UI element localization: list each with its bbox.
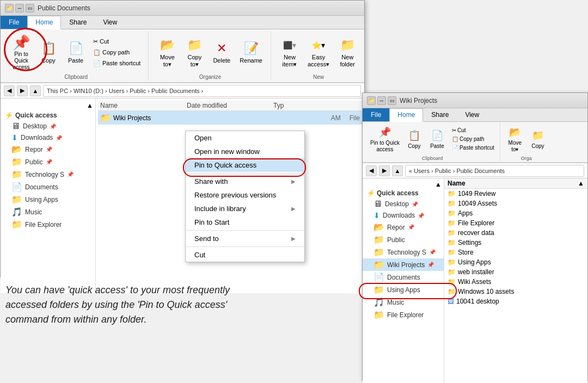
sidebar-item-reports[interactable]: 📂 Repor 📌 [1, 143, 95, 156]
ctx-share-with[interactable]: Share with ▶ [186, 175, 304, 188]
ctx-pin-to-start[interactable]: Pin to Start [186, 215, 304, 229]
paste-label: Paste [68, 57, 83, 64]
second-forward-button[interactable]: ▶ [379, 165, 390, 176]
second-pasteshortcut-button[interactable]: 📄 Paste shortcut [449, 144, 497, 152]
tab-file[interactable]: File [1, 16, 27, 29]
second-row-file-explorer[interactable]: 📁 File Explorer [444, 218, 587, 228]
second-back-button[interactable]: ◀ [366, 165, 377, 176]
tab-view[interactable]: View [95, 16, 125, 29]
second-fileexp-name: File Explorer [458, 219, 494, 227]
technology-icon: 📁 [11, 169, 22, 180]
second-tab-share[interactable]: Share [423, 108, 457, 121]
second-row-apps[interactable]: 📁 Apps [444, 208, 587, 218]
copy-path-button[interactable]: 📋 Copy path [90, 47, 144, 58]
sidebar-item-documents[interactable]: 📄 Documents [1, 181, 95, 193]
second-row-windows10assets[interactable]: 📁 Windows 10 assets [444, 287, 587, 296]
second-row-settings[interactable]: 📁 Settings [444, 238, 587, 248]
file-row-wiki-projects[interactable]: 📁 Wiki Projects AM File [98, 111, 362, 125]
minimize-icon[interactable]: ─ [15, 4, 24, 13]
ctx-open[interactable]: Open [186, 131, 304, 145]
second-row-1049review[interactable]: 📁 1049 Review [444, 189, 587, 199]
tab-share[interactable]: Share [61, 16, 95, 29]
second-row-10049assets[interactable]: 📁 10049 Assets [444, 199, 587, 208]
second-copypath-button[interactable]: 📋 Copy path [449, 135, 497, 143]
second-row-10041desktop[interactable]: 🖼 10041 desktop [444, 296, 587, 306]
second-sidebar-documents[interactable]: 📄 Documents [363, 271, 444, 283]
second-sidebar-music[interactable]: 🎵 Music [363, 296, 444, 308]
second-minimize[interactable]: ─ [377, 96, 386, 105]
rename-button[interactable]: 📝 Rename [236, 38, 266, 66]
move-to-button[interactable]: 📂 Moveto▾ [154, 34, 180, 70]
sidebar-item-technology[interactable]: 📁 Technology S 📌 [1, 168, 95, 181]
second-tab-home[interactable]: Home [389, 108, 423, 122]
sidebar-item-file-explorer[interactable]: 📁 File Explorer [1, 218, 95, 231]
second-copyto-button[interactable]: 📁 Copy [527, 126, 549, 151]
paste-button[interactable]: 📄 Paste [63, 38, 89, 66]
cut-button[interactable]: ✂ Cut [90, 36, 144, 47]
second-cut-button[interactable]: ✂ Cut [449, 126, 497, 134]
ctx-cut[interactable]: Cut [186, 248, 304, 262]
delete-label: Delete [213, 57, 230, 64]
tab-home[interactable]: Home [27, 16, 61, 29]
second-row-webinstaller[interactable]: 📁 web installer [444, 267, 587, 277]
second-tab-file[interactable]: File [363, 108, 389, 121]
second-content-area: ▲ ⚡ Quick access 🖥 Desktop 📌 ⬇ Downloads… [363, 178, 587, 383]
second-sidebar-file-explorer[interactable]: 📁 File Explorer [363, 308, 444, 321]
sidebar-item-using-apps[interactable]: 📁 Using Apps [1, 193, 95, 206]
second-music-icon: 🎵 [373, 297, 384, 307]
up-button[interactable]: ▲ [30, 85, 41, 96]
second-row-using-apps[interactable]: 📁 Using Apps [444, 257, 587, 267]
second-row-store[interactable]: 📁 Store [444, 248, 587, 257]
clipboard-label: Clipboard [64, 74, 88, 80]
second-pin-button[interactable]: 📌 Pin to Quickaccess [367, 123, 402, 155]
restore-icon[interactable]: ▭ [26, 4, 34, 13]
second-up-button[interactable]: ▲ [392, 165, 403, 176]
second-tab-view[interactable]: View [457, 108, 487, 121]
new-folder-button[interactable]: 📁 Newfolder [334, 34, 360, 70]
second-row-recover-data[interactable]: 📁 recover data [444, 228, 587, 238]
second-sidebar-downloads[interactable]: ⬇ Downloads 📌 [363, 210, 444, 221]
back-button[interactable]: ◀ [4, 85, 15, 96]
ctx-restore[interactable]: Restore previous versions [186, 188, 304, 202]
second-moveto-button[interactable]: 📂 Moveto▾ [504, 123, 526, 155]
main-sidebar: ▲ ⚡ Quick access 🖥 Desktop 📌 ⬇ Downloads… [1, 98, 96, 293]
paste-shortcut-button[interactable]: 📄 Paste shortcut [90, 58, 144, 69]
second-copyto-label: Copy [531, 143, 544, 150]
second-copy-button[interactable]: 📋 Copy [403, 126, 425, 151]
second-pin-icon: 📌 [377, 125, 393, 140]
second-cut-icon: ✂ [452, 127, 456, 133]
ctx-library-arrow: ▶ [291, 206, 296, 212]
second-sidebar-using-apps[interactable]: 📁 Using Apps [363, 283, 444, 296]
second-row-wiki-assets[interactable]: 📁 Wiki Assets [444, 277, 587, 287]
ctx-pin-to-quick-access[interactable]: Pin to Quick access [186, 158, 304, 172]
copy-path-label: Copy path [102, 49, 130, 55]
sidebar-item-public[interactable]: 📁 Public 📌 [1, 156, 95, 168]
second-paste-button[interactable]: 📄 Paste [426, 126, 448, 151]
new-item-button[interactable]: ⬛▾ New item▾ [277, 34, 303, 70]
ctx-send-to[interactable]: Send to ▶ [186, 232, 304, 245]
second-address-path[interactable]: « Users › Public › Public Documents [405, 165, 584, 177]
sidebar-item-music[interactable]: 🎵 Music [1, 206, 95, 218]
easy-access-button[interactable]: ⭐▾ Easy access▾ [304, 34, 333, 70]
copy-button[interactable]: 📋 Copy [35, 38, 62, 66]
second-sidebar-public[interactable]: 📁 Public [363, 233, 444, 246]
music-label: Music [25, 208, 42, 216]
sidebar-item-desktop[interactable]: 🖥 Desktop 📌 [1, 120, 95, 132]
forward-button[interactable]: ▶ [17, 85, 28, 96]
second-quick-access-header[interactable]: ⚡ Quick access [363, 188, 444, 198]
sidebar-scroll-up[interactable]: ▲ [1, 101, 95, 110]
ctx-open-new-window[interactable]: Open in new window [186, 145, 304, 158]
delete-button[interactable]: ✕ Delete [209, 38, 235, 66]
copy-to-button[interactable]: 📁 Copyto▾ [181, 34, 207, 70]
address-path[interactable]: This PC › WIN10 (D:) › Users › Public › … [43, 85, 361, 97]
second-restore[interactable]: ▭ [388, 96, 396, 105]
second-sidebar-reports[interactable]: 📂 Repor 📌 [363, 221, 444, 233]
pin-to-quick-access-button[interactable]: 📌 Pin to Quickaccess [8, 32, 34, 73]
ctx-include-library[interactable]: Include in library ▶ [186, 202, 304, 215]
second-sidebar-technology[interactable]: 📁 Technology S 📌 [363, 246, 444, 258]
second-scroll-up[interactable]: ▲ [363, 181, 444, 188]
second-sidebar-wiki-projects[interactable]: 📁 Wiki Projects 📌 [363, 258, 444, 271]
quick-access-header[interactable]: ⚡ Quick access [1, 110, 95, 120]
sidebar-item-downloads[interactable]: ⬇ Downloads 📌 [1, 132, 95, 143]
second-sidebar-desktop[interactable]: 🖥 Desktop 📌 [363, 198, 444, 210]
